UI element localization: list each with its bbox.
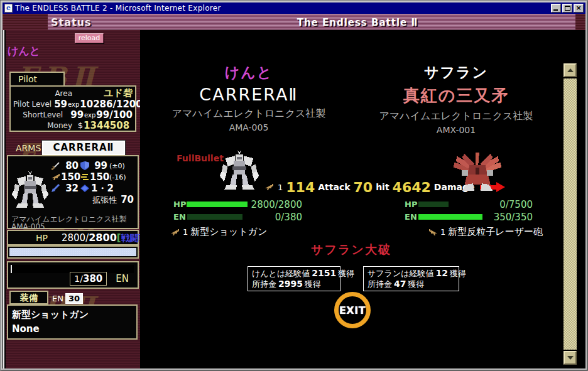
left-en-label: EN	[173, 212, 187, 222]
left-weapon-count: 1	[183, 227, 188, 237]
right-hp-row: HP 0/7500	[405, 200, 533, 208]
enemy-mech-sprite	[452, 153, 503, 192]
equip-en-label: EN	[52, 294, 63, 303]
chip-icon	[80, 184, 90, 193]
money-value: 1344508	[84, 120, 129, 131]
hp-max: 2800	[89, 232, 117, 244]
expand-value: 70	[121, 194, 134, 205]
result-line: 所持金2995獲得	[252, 279, 336, 289]
shield-mod: (±0)	[109, 162, 125, 170]
arms-mech-name: CARRERAⅡ	[42, 141, 125, 155]
short-level-value: 99	[70, 109, 84, 121]
en-value-box: 1/380	[70, 272, 107, 286]
money-symbol: $	[78, 121, 83, 130]
hp-current: 2800	[62, 232, 85, 244]
status-sidebar: EBⅡ EBⅡ EBⅡ EBⅡ EBⅡ EBⅡ EBⅡ EBⅡ EBⅡ EBⅡ …	[6, 30, 142, 368]
chip-stat: 1・2	[90, 183, 115, 195]
area-value: ユド砦	[104, 87, 133, 99]
result-line: 所持金47獲得	[368, 279, 455, 289]
attack-shot-count: 1	[278, 183, 283, 192]
mobility-stat: 150	[90, 171, 109, 183]
expand-stat-row: 拡張性70	[51, 194, 136, 205]
pilot-exp-label: exp	[68, 101, 79, 108]
en-bar-fill	[11, 265, 12, 273]
en-max: 380	[83, 273, 102, 284]
minimize-button[interactable]	[551, 4, 561, 13]
hit-value: 70	[354, 180, 373, 195]
exit-button-label: EXIT	[339, 304, 366, 316]
close-button[interactable]: ×	[574, 4, 584, 13]
stat-row-3: 32 1・2	[51, 183, 136, 194]
left-en-value: 0/380	[246, 212, 302, 223]
battle-area: けんと CARRERAⅡ アマハイムエレクトロニクス社製 AMA-005 サフラ…	[140, 30, 562, 368]
en-current: 1	[74, 274, 80, 284]
attack-power-value: 114	[286, 180, 315, 195]
status-tab-label: Status	[51, 16, 92, 28]
close-icon: ×	[574, 4, 583, 12]
ie-page-icon: e	[4, 4, 13, 13]
expand-label: 拡張性	[92, 195, 117, 205]
vertical-scrollbar	[564, 63, 577, 365]
pilot-exp-value: 10286/12000	[80, 99, 142, 110]
right-en-row: EN 350/350	[405, 213, 533, 221]
exit-button[interactable]: EXIT	[334, 292, 371, 328]
arms-mech-sprite	[11, 168, 50, 213]
bullet-icon	[264, 183, 275, 191]
pilot-panel-tab: Pilot	[9, 72, 65, 86]
scroll-down-button[interactable]	[564, 351, 577, 365]
combat-status-open: [	[117, 232, 121, 244]
right-mech-name: 真紅の三又矛	[362, 85, 550, 107]
right-mech-maker: アマハイムエレクトロニクス社製	[362, 110, 550, 123]
hp-label: HP	[36, 233, 48, 243]
pilot-panel: Area ユド砦 Pilot Level 59 exp 10286/12000 …	[9, 85, 136, 132]
mobility-mod: (-16)	[109, 173, 126, 181]
hp-bar-track	[9, 248, 136, 256]
en-label: EN	[116, 273, 129, 284]
melee-stat: 80	[61, 160, 80, 171]
window-title: The ENDLESS BATTLE 2 - Microsoft Interne…	[15, 4, 221, 13]
reload-button[interactable]: reload	[75, 33, 104, 43]
left-hp-value: 2800/2800	[251, 199, 302, 210]
equip-panel: 新型ショットガン None	[7, 304, 138, 340]
shoot-stat: 150	[61, 171, 80, 183]
equip-slot-2: None	[12, 322, 133, 336]
browser-window: e The ENDLESS BATTLE 2 - Microsoft Inter…	[0, 0, 588, 371]
arms-stat-rows: 80 99 (±0) 150	[51, 160, 136, 205]
scroll-up-button[interactable]	[564, 63, 577, 77]
result-line: サフランは経験値12獲得	[368, 268, 455, 279]
sidebar-player-name: けんと	[8, 44, 40, 58]
money-label: Money	[13, 121, 75, 130]
combat-status: 戦闘可	[121, 233, 142, 243]
pilot-level-label: Pilot Level	[13, 100, 54, 109]
maximize-button[interactable]	[562, 4, 572, 13]
left-weapon-name: 新型ショットガン	[190, 226, 267, 238]
short-level-row: ShortLevel 99 exp 99/100	[13, 109, 133, 120]
hp-bar-box	[7, 245, 139, 259]
left-hp-row: HP 2800/2800	[173, 200, 302, 208]
minimize-icon	[553, 9, 558, 11]
arms-panel-tab: ARMS	[16, 143, 41, 153]
range-stat: 32	[61, 183, 80, 194]
hp-values: 2800/2800[戦闘可]	[62, 232, 142, 244]
page-header: Status The Endless Battle Ⅱ	[3, 14, 585, 30]
left-en-row: EN 0/380	[173, 213, 302, 221]
bullet-icon	[428, 228, 438, 237]
mobility-icon	[80, 173, 90, 181]
scroll-down-icon	[567, 356, 574, 360]
hp-header: HP 2800/2800[戦闘可]	[7, 230, 139, 245]
result-box-player: けんとは経験値2151獲得 所持金2995獲得	[248, 266, 340, 291]
left-mech-name: CARRERAⅡ	[145, 85, 352, 104]
short-exp-label: exp	[84, 112, 95, 119]
right-mech-model: AMX-001	[362, 125, 550, 135]
page-title: The Endless Battle Ⅱ	[232, 17, 483, 28]
scrollbar-track[interactable]	[564, 78, 577, 350]
stat-row-2: 150 150 (-16)	[51, 171, 136, 183]
rifle-icon	[51, 173, 61, 181]
right-weapon-name: 新型反粒子レーザー砲	[448, 226, 543, 238]
battle-result-banner: サフラン大破	[140, 242, 562, 258]
hp-bar-fill	[9, 248, 136, 256]
maximize-icon	[565, 6, 570, 11]
combatant-right: サフラン 真紅の三又矛 アマハイムエレクトロニクス社製 AMX-001	[362, 63, 550, 135]
player-mech-sprite	[217, 150, 261, 192]
left-pilot-name: けんと	[145, 63, 352, 82]
